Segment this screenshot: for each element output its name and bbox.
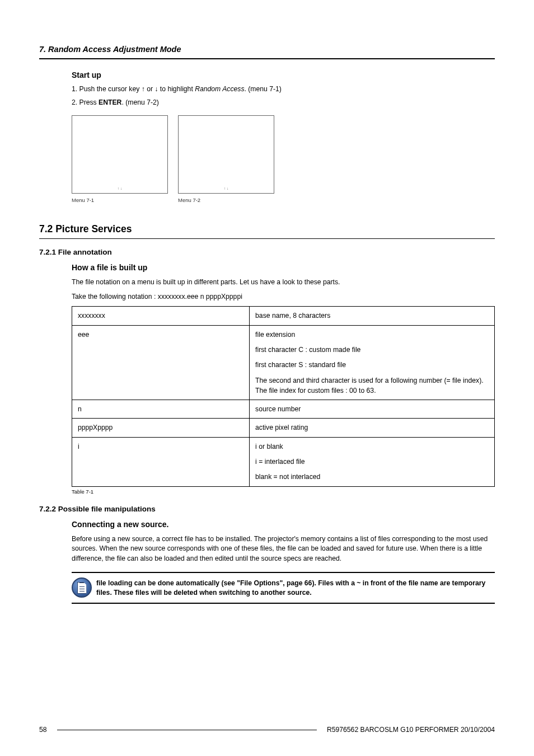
note-icon [72,577,96,598]
list-item: 2. Press ENTER. (menu 7-2) [72,98,495,106]
file-annotation-table: xxxxxxxx base name, 8 characters eee fil… [72,306,495,486]
paragraph: The file notation on a menu is built up … [72,278,495,288]
document-icon [72,577,92,598]
startup-steps: 1. Push the cursor key ↑ or ↓ to highlig… [72,85,495,106]
cell-line: i or blank [255,442,489,452]
table-val: base name, 8 characters [250,307,495,325]
cell-line: active pixel rating [255,422,489,433]
step-bold: ENTER [99,98,121,106]
menu-box: ↑ ↓ Menu 7-1 [72,115,168,203]
step-number: 2. [72,98,77,106]
table-row: eee file extension first character C : c… [72,325,495,400]
list-item: 1. Push the cursor key ↑ or ↓ to highlig… [72,85,495,93]
menu-hint: ↑ ↓ [72,186,167,191]
section-72-heading: 7.2 Picture Services [39,223,495,235]
note-text: file loading can be done automatically (… [96,577,495,598]
note-box: file loading can be done automatically (… [72,572,495,604]
menu-caption: Menu 7-2 [178,197,274,203]
section-rule [39,238,495,239]
cell-line: first character C : custom made file [255,345,489,355]
step-text: . (menu 7-2) [121,98,158,106]
menu-caption: Menu 7-1 [72,197,168,203]
startup-heading: Start up [72,71,495,79]
connecting-heading: Connecting a new source. [72,520,495,529]
cell-line: The second and third character is used f… [255,375,489,396]
table-val: i or blank i = interlaced file blank = n… [250,437,495,486]
table-row: xxxxxxxx base name, 8 characters [72,307,495,325]
cell-line: file extension [255,330,489,340]
subsection-721-heading: 7.2.1 File annotation [39,248,495,256]
cell-line: source number [255,404,489,414]
step-number: 1. [72,85,77,93]
paragraph: Take the following notation : xxxxxxxx.e… [72,292,495,302]
table-key: ppppXpppp [72,419,250,437]
table-val: active pixel rating [250,419,495,437]
step-text: Press [79,98,99,106]
subsection-722-heading: 7.2.2 Possible file manipulations [39,505,495,513]
table-key: xxxxxxxx [72,307,250,325]
page-footer: 58 R5976562 BARCOSLM G10 PERFORMER 20/10… [39,726,495,734]
table-row: n source number [72,400,495,419]
cell-line: first character S : standard file [255,360,489,370]
step-emph: Random Access [195,85,244,93]
menu-frame: ↑ ↓ [178,115,274,194]
table-caption: Table 7-1 [72,489,495,495]
chapter-rule [39,58,495,59]
step-text: . (menu 7-1) [244,85,281,93]
file-built-heading: How a file is built up [72,263,495,272]
table-row: ppppXpppp active pixel rating [72,419,495,437]
cell-line: i = interlaced file [255,457,489,467]
chapter-title: 7. Random Access Adjustment Mode [39,45,495,54]
cell-line: base name, 8 characters [255,311,489,321]
table-key: i [72,437,250,486]
menu-frame: ↑ ↓ [72,115,168,194]
step-text: Push the cursor key ↑ or ↓ to highlight [79,85,195,93]
paragraph: Before using a new source, a correct fil… [72,534,495,564]
table-key: n [72,400,250,419]
menu-hint: ↑ ↓ [179,186,274,191]
cell-line: blank = not interlaced [255,472,489,482]
table-key: eee [72,325,250,400]
table-row: i i or blank i = interlaced file blank =… [72,437,495,486]
table-val: file extension first character C : custo… [250,325,495,400]
document-id: R5976562 BARCOSLM G10 PERFORMER 20/10/20… [327,726,495,734]
table-val: source number [250,400,495,419]
menu-screenshots: ↑ ↓ Menu 7-1 ↑ ↓ Menu 7-2 [72,115,495,203]
footer-rule [57,730,317,730]
page-number: 58 [39,726,47,734]
menu-box: ↑ ↓ Menu 7-2 [178,115,274,203]
